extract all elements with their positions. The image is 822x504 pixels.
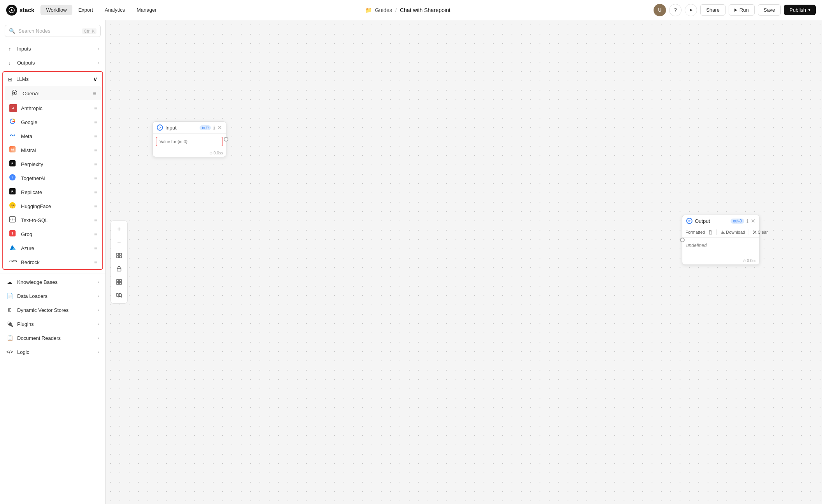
data-loaders-icon: 📄 xyxy=(6,292,13,299)
document-readers-label: Document Readers xyxy=(17,335,94,341)
bedrock-menu-icon[interactable]: ≡ xyxy=(94,259,98,265)
svg-rect-12 xyxy=(117,282,119,284)
save-button[interactable]: Save xyxy=(758,4,781,16)
breadcrumb-separator: / xyxy=(395,7,397,13)
map-button[interactable] xyxy=(113,289,125,301)
sidebar-item-plugins[interactable]: 🔌 Plugins › xyxy=(0,317,105,331)
anthropic-menu-icon[interactable]: ≡ xyxy=(94,105,98,111)
zoom-out-button[interactable]: − xyxy=(113,236,125,248)
sidebar-item-meta[interactable]: Meta ≡ xyxy=(3,129,102,143)
tab-workflow[interactable]: Workflow xyxy=(40,5,72,15)
data-loaders-chevron-icon: › xyxy=(98,294,99,298)
output-close-button[interactable]: ✕ xyxy=(751,218,755,224)
breadcrumb-parent[interactable]: Guides xyxy=(375,7,392,13)
sidebar-item-mistral[interactable]: M Mistral ≡ xyxy=(3,143,102,157)
tab-manager[interactable]: Manager xyxy=(131,5,162,15)
llms-header[interactable]: ⊞ LLMs ∨ xyxy=(3,72,102,86)
togetherai-icon: T xyxy=(9,174,17,182)
share-button[interactable]: Share xyxy=(700,4,726,16)
sidebar-item-text-to-sql[interactable]: </> Text-to-SQL ≡ xyxy=(3,213,102,227)
play-icon-button[interactable] xyxy=(685,4,697,16)
sidebar-item-outputs[interactable]: ↓ Outputs › xyxy=(0,56,105,70)
canvas-area[interactable]: + − xyxy=(106,20,822,504)
zoom-in-button[interactable]: + xyxy=(113,223,125,235)
huggingface-label: HuggingFace xyxy=(21,203,51,209)
sidebar-item-bedrock[interactable]: aws Bedrock ≡ xyxy=(3,255,102,269)
azure-icon xyxy=(9,244,17,252)
topbar: stack Workflow Export Analytics Manager … xyxy=(0,0,822,20)
sidebar-item-dynamic-vector-stores[interactable]: ⊞ Dynamic Vector Stores › xyxy=(0,303,105,317)
logo: stack xyxy=(6,5,34,16)
outputs-chevron-icon: › xyxy=(98,60,99,65)
sidebar-item-data-loaders[interactable]: 📄 Data Loaders › xyxy=(0,289,105,303)
bedrock-icon: aws xyxy=(9,258,17,266)
input-info-icon[interactable]: ℹ xyxy=(213,125,215,131)
sidebar-item-document-readers[interactable]: 📋 Document Readers › xyxy=(0,331,105,345)
azure-label: Azure xyxy=(21,245,34,251)
output-node-icon: ⟳ xyxy=(686,218,692,224)
sidebar-item-azure[interactable]: Azure ≡ xyxy=(3,241,102,255)
outputs-icon: ↓ xyxy=(6,59,13,66)
sidebar-item-knowledge-bases[interactable]: ☁ Knowledge Bases › xyxy=(0,275,105,289)
breadcrumb: 📁 Guides / Chat with Sharepoint xyxy=(165,7,651,13)
sidebar-item-groq[interactable]: 9 Groq ≡ xyxy=(3,227,102,241)
avatar[interactable]: U xyxy=(654,4,666,16)
huggingface-menu-icon[interactable]: ≡ xyxy=(94,203,98,209)
output-download-button[interactable]: Download xyxy=(719,229,747,235)
output-node-connector[interactable] xyxy=(680,238,685,242)
sidebar-item-anthropic[interactable]: A Anthropic ≡ xyxy=(3,101,102,115)
search-placeholder: Search Nodes xyxy=(18,28,50,34)
output-info-icon[interactable]: ℹ xyxy=(747,218,748,224)
output-copy-button[interactable] xyxy=(706,229,714,235)
sidebar-item-logic[interactable]: </> Logic › xyxy=(0,345,105,359)
azure-menu-icon[interactable]: ≡ xyxy=(94,245,98,251)
openai-menu-icon[interactable]: ≡ xyxy=(93,90,96,96)
input-value-field[interactable] xyxy=(156,137,223,146)
huggingface-icon: 🤗 xyxy=(9,202,17,210)
plugins-label: Plugins xyxy=(17,321,94,327)
fit-view-button[interactable] xyxy=(113,250,125,261)
tab-analytics[interactable]: Analytics xyxy=(99,5,130,15)
help-button[interactable]: ? xyxy=(669,4,682,16)
replicate-menu-icon[interactable]: ≡ xyxy=(94,189,98,195)
sidebar-item-inputs[interactable]: ↑ Inputs › xyxy=(0,42,105,56)
input-node-title: Input xyxy=(165,125,197,131)
nav-tabs: Workflow Export Analytics Manager xyxy=(40,5,162,15)
run-button[interactable]: Run xyxy=(729,4,755,16)
inputs-chevron-icon: › xyxy=(98,46,99,51)
input-node-icon: ⟳ xyxy=(157,124,163,131)
togetherai-menu-icon[interactable]: ≡ xyxy=(94,175,98,181)
sidebar-item-replicate[interactable]: R Replicate ≡ xyxy=(3,185,102,199)
sidebar-item-togetherai[interactable]: T TogetherAI ≡ xyxy=(3,171,102,185)
input-node-connector[interactable] xyxy=(224,137,228,142)
input-timing: ⊙ 0.0ss xyxy=(209,151,223,155)
sidebar-item-perplexity[interactable]: P Perplexity ≡ xyxy=(3,157,102,171)
sidebar-item-google[interactable]: Google ≡ xyxy=(3,115,102,129)
output-clear-button[interactable]: Clear xyxy=(751,229,769,235)
publish-button[interactable]: Publish ▾ xyxy=(784,5,816,15)
sidebar-item-label: Outputs xyxy=(17,60,94,66)
search-shortcut: Ctrl K xyxy=(82,28,97,34)
groq-menu-icon[interactable]: ≡ xyxy=(94,231,98,237)
logo-icon xyxy=(6,5,17,16)
lock-button[interactable] xyxy=(113,263,125,275)
plugins-icon: 🔌 xyxy=(6,320,13,327)
mistral-menu-icon[interactable]: ≡ xyxy=(94,147,98,153)
logic-icon: </> xyxy=(6,348,13,355)
input-close-button[interactable]: ✕ xyxy=(217,124,222,131)
text-to-sql-menu-icon[interactable]: ≡ xyxy=(94,217,98,223)
meta-menu-icon[interactable]: ≡ xyxy=(94,133,98,139)
google-menu-icon[interactable]: ≡ xyxy=(94,119,98,125)
meta-label: Meta xyxy=(21,133,32,139)
grid-view-button[interactable] xyxy=(113,276,125,288)
bedrock-label: Bedrock xyxy=(21,259,40,265)
sidebar-item-huggingface[interactable]: 🤗 HuggingFace ≡ xyxy=(3,199,102,213)
sidebar-item-openai[interactable]: OpenAI ≡ xyxy=(5,86,101,100)
search-nodes-container[interactable]: 🔍 Search Nodes Ctrl K xyxy=(5,25,101,37)
openai-icon xyxy=(11,89,19,97)
google-label: Google xyxy=(21,119,37,125)
sidebar: 🔍 Search Nodes Ctrl K ↑ Inputs › ↓ Outpu… xyxy=(0,20,106,504)
output-node-badge: out-0 xyxy=(731,219,744,224)
perplexity-menu-icon[interactable]: ≡ xyxy=(94,161,98,167)
tab-export[interactable]: Export xyxy=(73,5,99,15)
